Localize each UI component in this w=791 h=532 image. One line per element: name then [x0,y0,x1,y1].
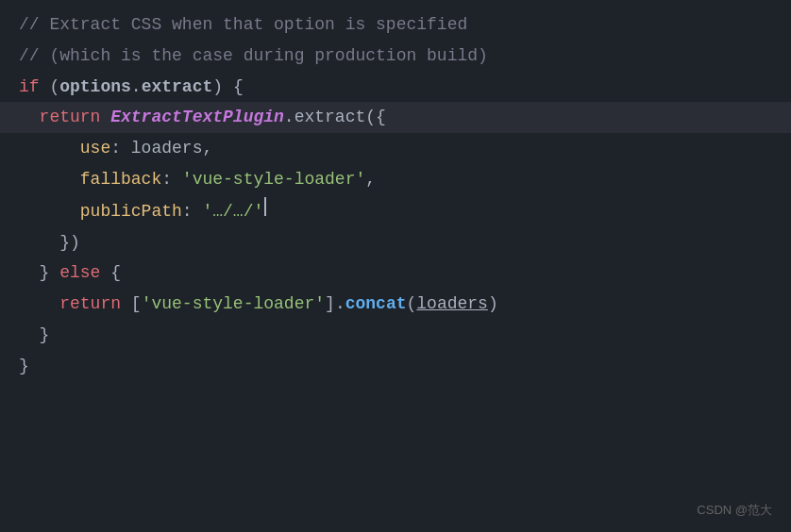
colon-fallback: : [161,166,182,193]
string-public-path: '…/…/' [202,198,263,225]
code-line-10: return ['vue-style-loader'].concat(loade… [0,289,791,320]
watermark: CSDN @范大 [697,501,772,521]
extract-text-plugin: ExtractTextPlugin [110,104,284,131]
close-else: } [19,322,49,349]
code-line-9: } else { [0,258,791,289]
options-object: options.extract [59,74,212,101]
paren-open-concat: ( [407,291,417,318]
prop-fallback: fallback [19,166,161,193]
comment-2: // (which is the case during production … [19,42,488,70]
dot-extract: .extract( [284,104,376,131]
code-line-8: }) [0,227,791,258]
code-line-3: if (options.extract) { [0,72,791,103]
keyword-else: else [59,259,100,287]
loaders-arg: loaders [416,291,488,318]
keyword-return-1: return [19,104,110,131]
brace-open-1: { [376,104,386,131]
string-vue-style-loader-2: 'vue-style-loader' [142,291,325,318]
comment-1: // Extract CSS when that option is speci… [19,11,467,39]
code-line-5: use: loaders, [0,133,791,164]
paren-close: ) { [212,74,243,101]
code-line-12: } [0,351,791,382]
paren-close-concat: ) [488,291,498,318]
prop-use: use [19,135,110,162]
colon-loaders: : loaders, [110,135,212,162]
prop-public-path: publicPath [19,198,182,225]
code-line-1: // Extract CSS when that option is speci… [0,9,791,41]
colon-publicpath: : [182,198,203,225]
close-if: } [19,259,59,287]
keyword-return-2: return [19,291,131,318]
code-line-6: fallback: 'vue-style-loader', [0,164,791,195]
close-extract: }) [19,229,80,257]
code-line-4: return ExtractTextPlugin.extract({ [0,102,791,133]
else-brace: { [100,259,121,287]
code-line-7: publicPath: '…/…/' [0,195,791,227]
string-vue-style-loader-1: 'vue-style-loader' [182,166,365,193]
text-cursor [264,197,266,216]
bracket-open: [ [131,291,142,318]
code-line-2: // (which is the case during production … [0,41,791,72]
code-line-11: } [0,320,791,351]
comma-1: , [365,166,376,193]
code-editor: // Extract CSS when that option is speci… [0,0,791,532]
keyword-if: if [19,74,40,101]
method-concat: concat [345,291,407,318]
bracket-close-dot: ]. [325,291,345,318]
close-outer: } [19,353,29,380]
paren-open: ( [40,74,60,101]
